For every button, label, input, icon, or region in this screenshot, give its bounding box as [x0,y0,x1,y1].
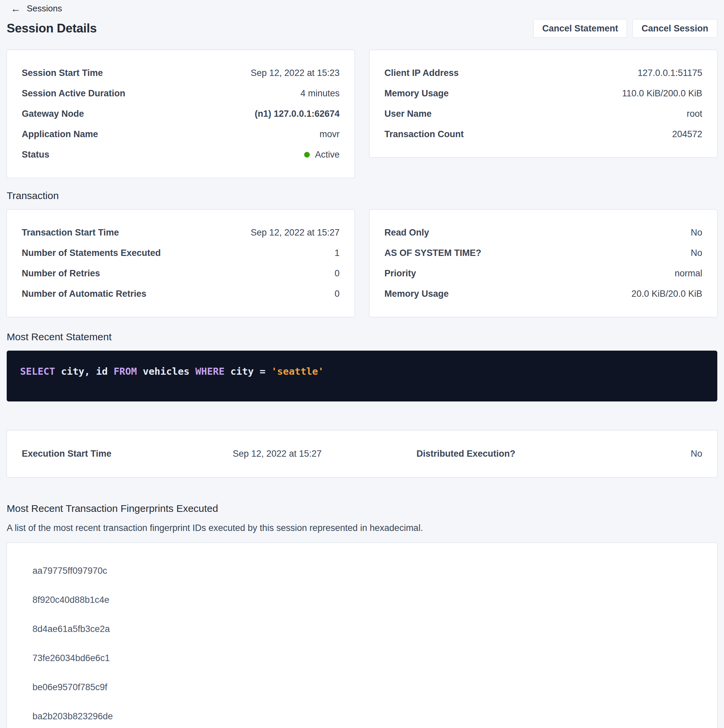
summary-row: User Name root [384,104,702,124]
most-recent-statement-heading: Most Recent Statement [7,331,717,343]
cancel-session-button[interactable]: Cancel Session [632,19,717,38]
fingerprints-heading: Most Recent Transaction Fingerprints Exe… [7,503,717,514]
session-summary-card-left: Session Start Time Sep 12, 2022 at 15:23… [7,50,355,178]
summary-label: Memory Usage [384,289,448,299]
action-buttons: Cancel Statement Cancel Session [533,19,717,38]
summary-label: Session Start Time [22,68,103,78]
summary-row: Number of Retries 0 [22,263,340,284]
summary-label: Session Active Duration [22,88,126,99]
summary-value: 204572 [672,129,702,139]
summary-value: 1 [335,248,340,258]
summary-value: 110.0 KiB/200.0 KiB [622,88,702,99]
summary-label: AS OF SYSTEM TIME? [384,248,481,258]
execution-start-time-value: Sep 12, 2022 at 15:27 [233,449,416,459]
back-to-sessions-link[interactable]: ← Sessions [11,3,62,14]
summary-value: 127.0.0.1:51175 [638,68,702,78]
fingerprint-item: 73fe26034bd6e6c1 [22,644,702,673]
summary-value: 20.0 KiB/20.0 KiB [631,289,702,299]
sql-text: city, id [55,366,114,377]
topbar: ← Sessions [7,0,717,14]
status-value: Active [315,150,340,160]
summary-value: 0 [335,289,340,299]
status-badge: Active [304,150,340,160]
session-details-page: ← Sessions Session Details Cancel Statem… [0,0,724,728]
summary-label: Number of Statements Executed [22,248,161,258]
distributed-execution-label: Distributed Execution? [416,449,553,459]
summary-label: Number of Retries [22,268,100,279]
transaction-section-heading: Transaction [7,190,717,201]
fingerprint-item: 8d4ae61a5fb3ce2a [22,615,702,644]
sql-text: city = [225,366,271,377]
transaction-card-right: Read Only No AS OF SYSTEM TIME? No Prior… [369,210,717,317]
summary-row: Gateway Node (n1) 127.0.0.1:62674 [22,104,340,124]
session-summary-card-right: Client IP Address 127.0.0.1:51175 Memory… [369,50,717,158]
transaction-card-left: Transaction Start Time Sep 12, 2022 at 1… [7,210,355,317]
status-active-dot-icon [304,152,310,158]
summary-label: Priority [384,268,416,279]
fingerprints-description: A list of the most recent transaction fi… [7,523,717,533]
sql-string-literal: 'seattle' [271,366,324,377]
summary-row: Transaction Start Time Sep 12, 2022 at 1… [22,222,340,243]
summary-row: Client IP Address 127.0.0.1:51175 [384,63,702,83]
summary-row: AS OF SYSTEM TIME? No [384,243,702,263]
execution-start-time-label: Execution Start Time [22,449,233,459]
summary-value: No [690,228,702,238]
summary-value: 0 [335,268,340,279]
summary-label: Read Only [384,228,429,238]
title-row: Session Details Cancel Statement Cancel … [7,19,717,38]
sql-keyword: FROM [113,366,137,377]
summary-value: root [687,109,702,119]
summary-row: Application Name movr [22,124,340,145]
summary-row: Transaction Count 204572 [384,124,702,145]
sql-text: vehicles [137,366,195,377]
execution-info-card: Execution Start Time Sep 12, 2022 at 15:… [7,430,717,477]
summary-value: Sep 12, 2022 at 15:27 [251,228,340,238]
summary-label: Memory Usage [384,88,448,99]
transaction-cards: Transaction Start Time Sep 12, 2022 at 1… [7,210,717,317]
summary-label: Status [22,150,49,160]
summary-label: Client IP Address [384,68,459,78]
fingerprints-card: aa79775ff097970c 8f920c40d88b1c4e 8d4ae6… [7,543,717,728]
summary-row: Read Only No [384,222,702,243]
summary-row: Priority normal [384,263,702,284]
summary-row: Status Active [22,145,340,165]
summary-label: Gateway Node [22,109,84,119]
summary-row: Number of Automatic Retries 0 [22,284,340,304]
summary-value: No [690,248,702,258]
summary-label: Transaction Start Time [22,228,119,238]
fingerprint-item: ba2b203b823296de [22,702,702,728]
summary-row: Memory Usage 110.0 KiB/200.0 KiB [384,83,702,104]
summary-value: normal [675,268,702,279]
session-summary-cards: Session Start Time Sep 12, 2022 at 15:23… [7,50,717,178]
summary-label: User Name [384,109,432,119]
distributed-execution-value: No [553,449,702,459]
summary-row: Memory Usage 20.0 KiB/20.0 KiB [384,284,702,304]
summary-value: movr [320,129,340,139]
back-link-label: Sessions [27,3,62,14]
summary-value: Sep 12, 2022 at 15:23 [251,68,340,78]
sql-keyword: WHERE [195,366,225,377]
summary-value: 4 minutes [300,88,340,99]
summary-row: Session Start Time Sep 12, 2022 at 15:23 [22,63,340,83]
summary-row: Session Active Duration 4 minutes [22,83,340,104]
fingerprint-item: aa79775ff097970c [22,557,702,586]
sql-statement-box: SELECT city, id FROM vehicles WHERE city… [7,350,717,401]
fingerprints-section: Most Recent Transaction Fingerprints Exe… [7,503,717,728]
fingerprint-item: 8f920c40d88b1c4e [22,586,702,615]
summary-row: Number of Statements Executed 1 [22,243,340,263]
summary-label: Transaction Count [384,129,464,139]
fingerprint-item: be06e9570f785c9f [22,673,702,702]
back-arrow-icon: ← [11,4,21,14]
page-title: Session Details [7,21,97,35]
cancel-statement-button[interactable]: Cancel Statement [533,19,627,38]
summary-label: Application Name [22,129,98,139]
fingerprints-list: aa79775ff097970c 8f920c40d88b1c4e 8d4ae6… [22,557,702,728]
gateway-node-link[interactable]: (n1) 127.0.0.1:62674 [255,109,340,119]
sql-keyword: SELECT [20,366,55,377]
summary-label: Number of Automatic Retries [22,289,147,299]
